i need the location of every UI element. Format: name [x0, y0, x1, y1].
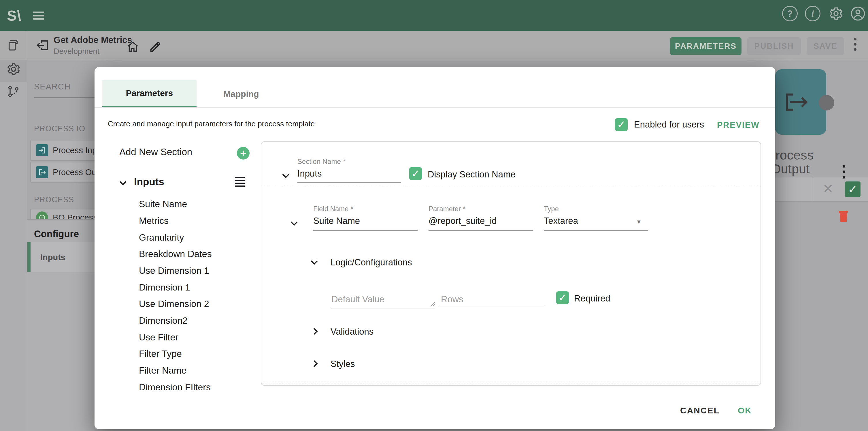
- parameter-input[interactable]: @report_suite_id: [429, 216, 533, 231]
- more-options-icon[interactable]: [854, 38, 857, 51]
- tab-mapping-label: Mapping: [223, 89, 259, 99]
- tabbar-divider: [95, 107, 775, 108]
- delete-field-trash-icon[interactable]: [836, 208, 851, 224]
- tree-item[interactable]: Granularity: [139, 229, 254, 246]
- version-branch-icon[interactable]: [6, 85, 20, 98]
- home-icon[interactable]: [126, 40, 140, 53]
- process-config-gear-icon[interactable]: [6, 62, 21, 77]
- tree-item[interactable]: Filter Name: [139, 362, 254, 379]
- card-bottom-separator: [262, 383, 760, 383]
- validations-chevron-icon[interactable]: [311, 328, 317, 335]
- type-select-caret-icon[interactable]: ▼: [636, 219, 642, 225]
- tree-item[interactable]: Dimension2: [139, 312, 254, 329]
- menu-icon[interactable]: [33, 11, 44, 20]
- node-connector-dot[interactable]: [819, 95, 834, 111]
- section-drag-handle-icon[interactable]: [235, 177, 245, 186]
- logic-chevron-icon[interactable]: [311, 258, 317, 264]
- tree-item[interactable]: Filter Type: [139, 345, 254, 362]
- info-icon[interactable]: i: [805, 6, 820, 21]
- tree-item[interactable]: Dimension 1: [139, 279, 254, 296]
- help-icon[interactable]: ?: [782, 6, 798, 21]
- field-name-label: Field Name *: [313, 205, 353, 213]
- configure-row-divider: [27, 272, 95, 273]
- type-select[interactable]: Textarea: [544, 216, 648, 231]
- section-name-label: Section Name *: [298, 157, 345, 166]
- cancel-button[interactable]: CANCEL: [680, 406, 720, 415]
- validations-label: Validations: [331, 326, 373, 337]
- process-title: Get Adobe Metrics: [54, 35, 132, 45]
- search-label[interactable]: SEARCH: [34, 82, 71, 91]
- process-output-label: Process Ou: [53, 168, 97, 177]
- edit-pencil-icon[interactable]: [149, 40, 162, 53]
- logic-configurations-label: Logic/Configurations: [331, 257, 412, 268]
- screen: S\ ? i Get Ado: [0, 0, 868, 431]
- save-button[interactable]: SAVE: [807, 37, 844, 55]
- default-value-underline: [331, 308, 435, 308]
- process-output-item[interactable]: Process Ou: [30, 162, 105, 182]
- enabled-for-users-label: Enabled for users: [634, 119, 704, 130]
- tree-item[interactable]: Suite Name: [139, 196, 254, 212]
- settings-gear-icon[interactable]: [828, 6, 844, 21]
- process-output-icon: [36, 166, 48, 178]
- default-value-textarea[interactable]: Default Value: [332, 294, 384, 305]
- field-collapse-chevron-icon[interactable]: [290, 219, 298, 226]
- account-icon[interactable]: [850, 6, 866, 21]
- enabled-for-users-checkbox[interactable]: ✓: [615, 118, 628, 131]
- tab-parameters[interactable]: Parameters: [102, 80, 196, 108]
- section-name-input[interactable]: Inputs: [298, 169, 401, 183]
- process-label: PROCESS: [34, 195, 74, 204]
- tree-item[interactable]: Use Filter: [139, 329, 254, 346]
- add-new-section-label: Add New Section: [119, 147, 192, 157]
- process-io-label: PROCESS IO: [34, 124, 85, 133]
- left-panel: SEARCH PROCESS IO Process Inp Process Ou…: [27, 60, 98, 431]
- top-app-bar: S\ ? i: [0, 0, 868, 31]
- preview-link[interactable]: PREVIEW: [717, 120, 760, 130]
- process-subtitle: Development: [54, 47, 99, 56]
- rows-input[interactable]: Rows: [441, 294, 463, 305]
- process-input-icon: [36, 144, 48, 156]
- type-label: Type: [544, 205, 559, 213]
- section-tree-header[interactable]: Inputs: [120, 176, 245, 188]
- process-input-item[interactable]: Process Inp: [30, 140, 105, 161]
- tree-item[interactable]: Breakdown Dates: [139, 246, 254, 262]
- rows-underline: [440, 306, 545, 306]
- styles-label: Styles: [331, 359, 355, 369]
- left-icon-rail: [0, 60, 27, 431]
- card-separator: [262, 186, 760, 186]
- ok-button[interactable]: OK: [738, 406, 752, 415]
- add-section-plus-button[interactable]: +: [237, 147, 250, 160]
- parameters-button[interactable]: PARAMETERS: [670, 37, 742, 55]
- app-logo: S\: [7, 7, 22, 24]
- back-icon[interactable]: [36, 38, 50, 52]
- cancel-x-icon[interactable]: ✕: [823, 181, 833, 196]
- parameters-dialog: Parameters Mapping Create and manage inp…: [95, 67, 775, 429]
- textarea-resize-handle-icon[interactable]: [429, 300, 435, 307]
- chevron-down-icon[interactable]: [119, 178, 126, 185]
- dialog-description: Create and manage input parameters for t…: [108, 119, 315, 128]
- configure-panel: Configure Inputs: [27, 220, 95, 431]
- required-label: Required: [574, 293, 610, 304]
- confirm-check-icon[interactable]: ✓: [845, 181, 861, 197]
- configure-inputs-item[interactable]: Inputs: [27, 242, 95, 272]
- parameter-label: Parameter *: [429, 205, 465, 213]
- display-section-name-checkbox[interactable]: ✓: [409, 167, 422, 180]
- tree-item[interactable]: Use Dimension 2: [139, 295, 254, 312]
- section-tree-name: Inputs: [134, 176, 164, 188]
- tree-item[interactable]: Metrics: [139, 212, 254, 229]
- scroll-icon[interactable]: [0, 31, 27, 60]
- field-name-input[interactable]: Suite Name: [313, 216, 417, 231]
- section-more-options-icon[interactable]: [843, 165, 845, 179]
- process-header: Get Adobe Metrics Development PARAMETERS…: [0, 31, 868, 60]
- section-editor-card: Section Name * Inputs ✓ Display Section …: [261, 141, 761, 386]
- section-collapse-chevron-icon[interactable]: [282, 171, 289, 178]
- tab-mapping[interactable]: Mapping: [196, 80, 286, 108]
- tree-item[interactable]: Use Dimension 1: [139, 262, 254, 279]
- search-underline: [34, 97, 98, 98]
- required-checkbox[interactable]: ✓: [556, 291, 569, 304]
- publish-button[interactable]: PUBLISH: [747, 37, 801, 55]
- styles-chevron-icon[interactable]: [311, 360, 317, 367]
- configure-heading: Configure: [34, 228, 79, 239]
- tab-parameters-label: Parameters: [126, 88, 173, 98]
- display-section-name-label: Display Section Name: [428, 169, 516, 180]
- tree-item[interactable]: Dimension FIlters: [139, 379, 254, 396]
